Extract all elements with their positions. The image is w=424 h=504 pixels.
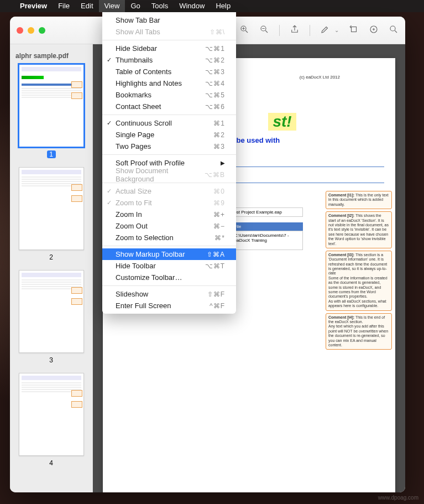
menu-item-label: Hide Toolbar <box>116 262 156 270</box>
comments-pane: Comment [I1]: This is the only text in t… <box>326 191 392 350</box>
menu-item-show-markup-toolbar[interactable]: Show Markup Toolbar⇧⌘A <box>102 248 236 260</box>
menu-item-label: Thumbnails <box>116 56 153 64</box>
menu-item-continuous-scroll[interactable]: ✓Continuous Scroll⌘1 <box>102 117 236 129</box>
checkmark-icon: ✓ <box>107 199 112 206</box>
thumbnail-page-2[interactable] <box>19 167 84 250</box>
comment-3[interactable]: Comment [I3]: This section is a 'Documen… <box>326 251 392 311</box>
zoom-button[interactable] <box>39 27 45 34</box>
menu-item-show-all-tabs: Show All Tabs⇧⌘\ <box>102 26 236 38</box>
menu-item-label: Customize Toolbar… <box>116 273 182 282</box>
menu-shortcut: ⌥⌘B <box>205 171 225 179</box>
menu-item-thumbnails[interactable]: ✓Thumbnails⌥⌘2 <box>102 54 236 66</box>
svg-line-7 <box>265 30 268 33</box>
menu-shortcut: ⌘+ <box>213 211 225 219</box>
menubar-help[interactable]: Help <box>210 0 236 12</box>
svg-point-11 <box>390 26 395 31</box>
menu-item-zoom-in[interactable]: Zoom In⌘+ <box>102 209 236 220</box>
menu-item-label: Continuous Scroll <box>116 119 172 127</box>
menu-shortcut: ⌘* <box>214 234 225 242</box>
menu-item-label: Contact Sheet <box>116 102 161 111</box>
menu-item-two-pages[interactable]: Two Pages⌘3 <box>102 141 236 152</box>
menu-separator <box>102 246 236 246</box>
menu-shortcut: ⌥⌘4 <box>205 80 225 87</box>
checkmark-icon: ✓ <box>107 188 112 195</box>
menubar-tools[interactable]: Tools <box>146 0 174 12</box>
menu-item-single-page[interactable]: Single Page⌘2 <box>102 129 236 141</box>
markup-icon[interactable] <box>320 24 330 37</box>
share-icon[interactable] <box>290 24 300 37</box>
menu-separator <box>102 115 236 115</box>
sidebar-title: alphr sample.pdf <box>14 50 88 64</box>
menu-separator <box>102 40 236 40</box>
checkmark-icon: ✓ <box>107 119 112 127</box>
menu-item-show-tab-bar[interactable]: Show Tab Bar <box>102 14 236 26</box>
menu-item-show-document-background: Show Document Background⌥⌘B <box>102 169 236 180</box>
menu-shortcut: ⇧⌘\ <box>210 28 225 36</box>
document-title: st! <box>268 113 296 131</box>
menu-item-label: Show Tab Bar <box>116 16 160 24</box>
comment-4[interactable]: Comment [I4]: This is the end of the eaD… <box>326 313 392 350</box>
menu-item-bookmarks[interactable]: Bookmarks⌥⌘5 <box>102 89 236 101</box>
minimize-button[interactable] <box>28 27 34 34</box>
thumbnail-number: 2 <box>14 253 88 261</box>
rotate-icon[interactable] <box>349 24 359 37</box>
menu-item-label: Enter Full Screen <box>116 302 171 310</box>
menu-item-label: Show All Tabs <box>116 28 160 36</box>
chevron-down-icon[interactable]: ⌄ <box>334 27 339 33</box>
menu-shortcut: ⌥⌘2 <box>205 56 225 64</box>
comment-1[interactable]: Comment [I1]: This is the only text in t… <box>326 191 392 209</box>
search-icon[interactable] <box>389 24 399 37</box>
menu-item-actual-size: ✓Actual Size⌘0 <box>102 185 236 197</box>
thumbnail-page-3[interactable] <box>19 270 84 353</box>
menu-item-label: Show Document Background <box>116 167 205 183</box>
menubar: Preview File Edit View Go Tools Window H… <box>0 0 424 12</box>
watermark: www.dpoag.com <box>378 495 418 501</box>
menu-shortcut: ⌥⌘1 <box>205 45 225 53</box>
zoom-in-icon[interactable] <box>239 24 249 37</box>
menu-separator <box>102 285 236 286</box>
menu-item-zoom-out[interactable]: Zoom Out⌘− <box>102 220 236 232</box>
menu-item-enter-full-screen[interactable]: Enter Full Screen^⌘F <box>102 300 236 311</box>
menu-shortcut: ⌘0 <box>213 188 225 195</box>
svg-line-12 <box>395 30 397 33</box>
menubar-file[interactable]: File <box>53 0 75 12</box>
menu-shortcut: ⌥⌘6 <box>205 103 225 111</box>
menubar-view[interactable]: View <box>99 0 125 12</box>
close-button[interactable] <box>17 27 23 34</box>
highlight-icon[interactable] <box>369 24 379 37</box>
thumbnail-number: 3 <box>14 356 88 364</box>
menu-item-slideshow[interactable]: Slideshow⇧⌘F <box>102 288 236 300</box>
sidebar: alphr sample.pdf 1234 <box>10 44 93 492</box>
menu-shortcut: ^⌘F <box>210 302 225 310</box>
menu-shortcut: ⇧⌘F <box>207 290 225 298</box>
menubar-go[interactable]: Go <box>125 0 145 12</box>
menu-item-label: Table of Contents <box>116 67 171 76</box>
thumbnail-page-4[interactable] <box>19 373 84 456</box>
menu-shortcut: ⌘− <box>213 222 225 230</box>
menu-item-table-of-contents[interactable]: Table of Contents⌥⌘3 <box>102 66 236 77</box>
submenu-arrow-icon: ▶ <box>221 160 225 166</box>
svg-rect-9 <box>352 27 357 32</box>
menubar-window[interactable]: Window <box>174 0 210 12</box>
menu-item-hide-toolbar[interactable]: Hide Toolbar⌥⌘T <box>102 260 236 272</box>
menubar-edit[interactable]: Edit <box>75 0 98 12</box>
menu-shortcut: ⌘9 <box>213 199 225 207</box>
menu-item-hide-sidebar[interactable]: Hide Sidebar⌥⌘1 <box>102 43 236 54</box>
menu-item-customize-toolbar-[interactable]: Customize Toolbar… <box>102 272 236 283</box>
menu-shortcut: ⌘3 <box>213 143 225 150</box>
menu-item-zoom-to-selection[interactable]: Zoom to Selection⌘* <box>102 232 236 243</box>
menu-shortcut: ⌘1 <box>213 119 225 127</box>
menu-shortcut: ⌥⌘3 <box>205 68 225 76</box>
menu-separator <box>102 154 236 155</box>
menu-item-label: Single Page <box>116 131 154 139</box>
thumbnail-page-1[interactable] <box>19 64 84 147</box>
menu-item-label: Show Markup Toolbar <box>116 250 185 258</box>
menu-item-label: Zoom Out <box>116 222 148 230</box>
zoom-out-icon[interactable] <box>259 24 269 37</box>
menu-item-highlights-and-notes[interactable]: Highlights and Notes⌥⌘4 <box>102 77 236 89</box>
view-menu-dropdown: Show Tab BarShow All Tabs⇧⌘\Hide Sidebar… <box>102 12 236 314</box>
menu-shortcut: ⌥⌘T <box>205 262 225 270</box>
menubar-app[interactable]: Preview <box>14 0 53 12</box>
menu-item-contact-sheet[interactable]: Contact Sheet⌥⌘6 <box>102 101 236 112</box>
comment-2[interactable]: Comment [I2]: This shows the start of an… <box>326 211 392 248</box>
